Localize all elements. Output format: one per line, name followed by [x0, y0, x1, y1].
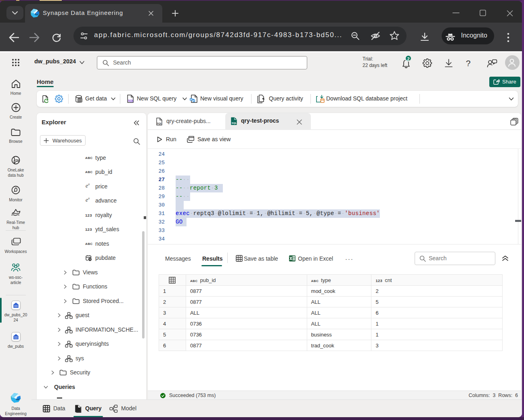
svg-text:SQL: SQL: [128, 99, 134, 102]
svg-text:SQL: SQL: [157, 122, 162, 125]
svg-text:SQL: SQL: [232, 121, 237, 124]
